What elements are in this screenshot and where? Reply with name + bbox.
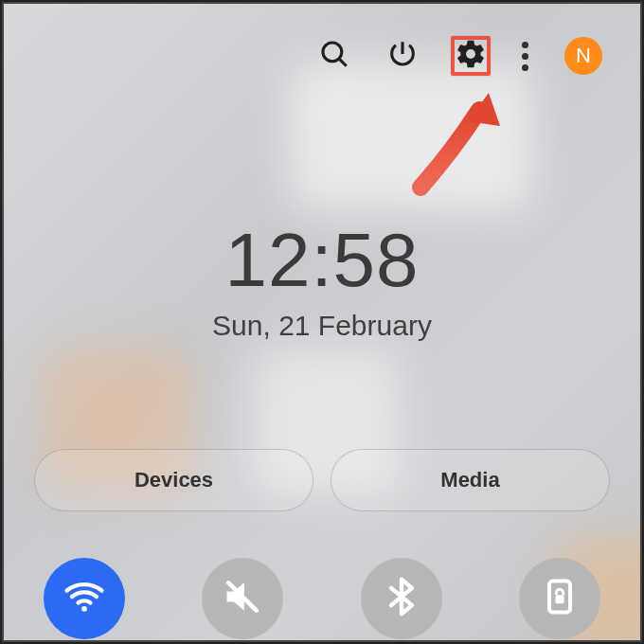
gear-icon bbox=[455, 38, 487, 74]
media-label: Media bbox=[440, 468, 499, 492]
devices-button[interactable]: Devices bbox=[34, 449, 313, 511]
svg-rect-4 bbox=[555, 595, 564, 603]
search-icon bbox=[318, 38, 350, 74]
rotation-lock-icon bbox=[539, 576, 581, 621]
devices-label: Devices bbox=[134, 468, 213, 492]
more-vertical-icon bbox=[522, 42, 528, 48]
avatar-initial: N bbox=[576, 44, 591, 68]
annotation-arrow-icon bbox=[402, 83, 515, 197]
settings-button[interactable] bbox=[451, 36, 491, 76]
mute-icon bbox=[222, 576, 263, 621]
clock-time: 12:58 bbox=[4, 217, 640, 304]
quick-toggle-row bbox=[44, 558, 600, 639]
svg-point-0 bbox=[323, 43, 342, 62]
bluetooth-icon bbox=[381, 576, 422, 621]
quick-panel-controls: Devices Media bbox=[34, 449, 610, 511]
search-button[interactable] bbox=[314, 36, 354, 76]
power-icon bbox=[386, 38, 419, 74]
clock-date: Sun, 21 February bbox=[4, 310, 640, 342]
mute-toggle[interactable] bbox=[202, 558, 283, 639]
svg-line-1 bbox=[339, 59, 346, 65]
bluetooth-toggle[interactable] bbox=[361, 558, 442, 639]
media-button[interactable]: Media bbox=[331, 449, 610, 511]
rotation-lock-toggle[interactable] bbox=[519, 558, 600, 639]
wifi-icon bbox=[63, 576, 105, 621]
svg-point-2 bbox=[81, 606, 87, 612]
top-action-row: N bbox=[314, 36, 602, 76]
notification-panel: N 12:58 Sun, 21 February Devices Media bbox=[2, 2, 642, 642]
clock-widget: 12:58 Sun, 21 February bbox=[4, 217, 640, 342]
power-button[interactable] bbox=[383, 36, 422, 76]
profile-avatar[interactable]: N bbox=[564, 37, 602, 75]
more-button[interactable] bbox=[513, 42, 536, 71]
wifi-toggle[interactable] bbox=[44, 558, 125, 639]
